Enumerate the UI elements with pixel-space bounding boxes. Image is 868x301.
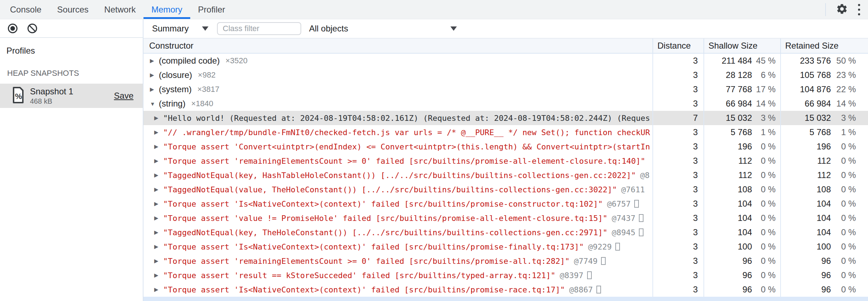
retained-size-cell: 1040 % [780,197,868,211]
retained-size-value: 66 984 [781,99,831,109]
retained-size-percent: 0 % [831,285,856,295]
column-header-shallow-size[interactable]: Shallow Size [703,39,780,53]
distance-cell: 3 [652,197,703,211]
triangle-collapsed-icon[interactable]: ▶ [154,243,163,250]
shallow-size-value: 104 [704,227,752,237]
tab-console[interactable]: Console [2,0,49,19]
clear-profiles-icon[interactable] [27,24,37,33]
retained-size-percent: 0 % [831,213,856,223]
shallow-size-percent: 6 % [752,70,776,80]
constructor-name: (compiled code) [159,56,220,66]
triangle-collapsed-icon[interactable]: ▶ [154,229,163,236]
table-row[interactable]: ▶(closure)×982328 1286 %105 76823 % [143,68,868,82]
horizontal-scrollbar-track[interactable] [143,297,868,301]
class-filter-input[interactable] [217,22,301,35]
retained-size-percent: 1 % [831,127,856,137]
retained-size-cell: 5 7681 % [780,125,868,139]
shallow-size-cell: 1000 % [703,240,780,254]
retained-size-percent: 3 % [831,113,856,123]
triangle-collapsed-icon[interactable]: ▶ [154,272,163,278]
retained-size-percent: 0 % [831,156,856,166]
retained-size-percent: 23 % [831,70,856,80]
triangle-collapsed-icon[interactable]: ▶ [150,58,159,64]
constructor-cell: ▶"TaggedNotEqual(key, TheHoleConstant())… [143,225,652,240]
table-row[interactable]: ▶"TaggedNotEqual(key, TheHoleConstant())… [143,225,868,240]
retained-size-cell: 960 % [780,254,868,268]
perspective-select-label: Summary [152,24,189,34]
retained-size-value: 233 576 [781,56,831,66]
table-row[interactable]: ▶"Torque assert 'result == kStoreSuccede… [143,268,868,282]
table-row[interactable]: ▶"TaggedNotEqual(value, TheHoleConstant(… [143,182,868,197]
shallow-size-cell: 1960 % [703,139,780,154]
retained-size-cell: 15 0323 % [780,111,868,125]
column-header-constructor[interactable]: Constructor [143,39,652,53]
table-row[interactable]: ▶"Torque assert 'Is<NativeContext>(conte… [143,282,868,297]
constructor-name: (system) [159,84,192,94]
table-row[interactable]: ▶"Torque assert 'Is<NativeContext>(conte… [143,197,868,211]
table-row[interactable]: ▶(system)×3817377 76817 %104 87622 % [143,82,868,97]
settings-button[interactable] [836,3,848,16]
missing-glyph-box-icon [601,257,606,265]
shallow-size-value: 28 128 [704,70,752,80]
more-options-button[interactable] [858,4,860,15]
svg-text:%: % [15,92,22,101]
shallow-size-percent: 0 % [752,213,776,223]
shallow-size-percent: 0 % [752,184,776,194]
retained-size-value: 5 768 [781,127,831,137]
constructor-cell: ▶"Torque assert 'result == kStoreSuccede… [143,268,652,282]
table-row[interactable]: ▶"// .wrangler/tmp/bundle-FmNIt0/checked… [143,125,868,139]
retained-size-cell: 1000 % [780,240,868,254]
table-row[interactable]: ▶"Torque assert 'remainingElementsCount … [143,154,868,168]
triangle-expanded-icon[interactable]: ▼ [150,101,159,107]
retained-size-cell: 1080 % [780,182,868,197]
column-header-retained-size[interactable]: Retained Size [780,39,868,53]
table-row[interactable]: ▶"Torque assert 'remainingElementsCount … [143,254,868,268]
missing-glyph-box-icon [639,214,644,222]
string-value: "Torque assert 'Is<NativeContext>(contex… [163,285,565,294]
triangle-collapsed-icon[interactable]: ▶ [154,286,163,293]
tab-network[interactable]: Network [96,0,143,19]
perspective-select[interactable]: Summary [152,24,208,34]
record-heap-snapshot-icon[interactable] [8,24,17,33]
retained-size-cell: 960 % [780,282,868,297]
triangle-collapsed-icon[interactable]: ▶ [150,86,159,93]
table-row[interactable]: ▶(compiled code)×35203211 48445 %233 576… [143,54,868,68]
triangle-collapsed-icon[interactable]: ▶ [154,186,163,193]
table-row[interactable]: ▶"TaggedNotEqual(key, HashTableHoleConst… [143,168,868,182]
save-link[interactable]: Save [114,91,133,101]
sidebar-item-snapshot-1[interactable]: % Snapshot 1 468 kB Save [0,84,143,108]
triangle-collapsed-icon[interactable]: ▶ [154,143,163,150]
base-select-label: All objects [309,24,348,34]
triangle-collapsed-icon[interactable]: ▶ [154,201,163,207]
table-row[interactable]: ▶"Torque assert 'value != PromiseHole' f… [143,211,868,225]
object-id: @8867 [569,285,593,294]
string-value: "TaggedNotEqual(key, TheHoleConstant()) … [163,228,607,237]
table-row[interactable]: ▶"Torque assert 'Is<NativeContext>(conte… [143,240,868,254]
tab-profiler[interactable]: Profiler [190,0,233,19]
object-id: @8945 [612,228,635,237]
triangle-collapsed-icon[interactable]: ▶ [154,215,163,221]
snapshot-text: Snapshot 1 468 kB [30,87,114,105]
table-row[interactable]: ▶"Torque assert 'Convert<uintptr>(endInd… [143,139,868,154]
retained-size-value: 105 768 [781,70,831,80]
triangle-collapsed-icon[interactable]: ▶ [154,258,163,264]
shallow-size-value: 77 768 [704,84,752,94]
triangle-collapsed-icon[interactable]: ▶ [154,172,163,178]
retained-size-value: 104 [781,213,831,223]
table-row[interactable]: ▼(string)×1840366 98414 %66 98414 % [143,97,868,111]
distance-cell: 3 [652,54,703,68]
triangle-collapsed-icon[interactable]: ▶ [154,158,163,164]
tab-memory[interactable]: Memory [143,0,190,19]
chevron-down-icon [450,26,457,31]
tab-strip: ConsoleSourcesNetworkMemoryProfiler [0,0,233,19]
base-select[interactable]: All objects [309,24,457,34]
object-id: @7437 [612,214,635,223]
missing-glyph-box-icon [639,228,644,236]
table-row[interactable]: ▶"Hello world! (Requested at: 2024-08-19… [143,111,868,125]
triangle-collapsed-icon[interactable]: ▶ [150,72,159,78]
triangle-collapsed-icon[interactable]: ▶ [154,129,163,135]
heap-snapshots-section-title: HEAP SNAPSHOTS [0,56,143,84]
tab-sources[interactable]: Sources [49,0,96,19]
column-header-distance[interactable]: Distance [652,39,703,53]
triangle-collapsed-icon[interactable]: ▶ [154,115,163,121]
